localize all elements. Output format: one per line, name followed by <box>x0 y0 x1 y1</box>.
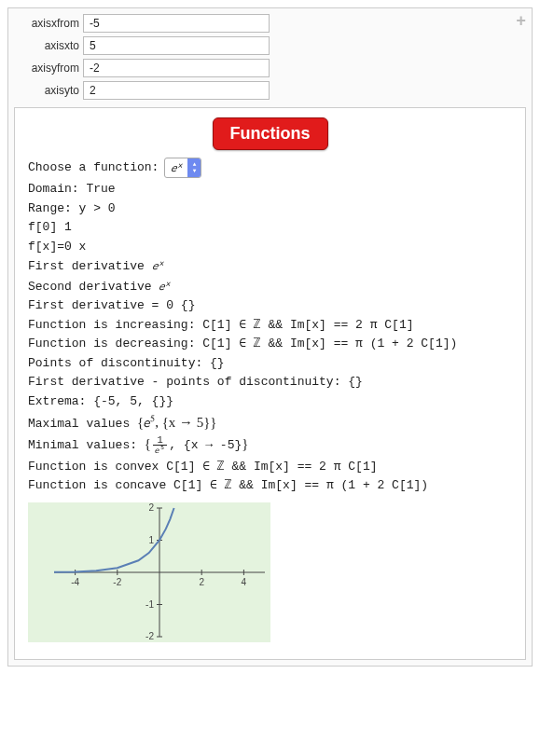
svg-text:-1: -1 <box>145 598 154 609</box>
plot: -4-224-2-112 <box>28 502 270 642</box>
increasing-line: Function is increasing: C[1] ∈ ℤ && Im[x… <box>28 317 512 334</box>
plot-svg: -4-224-2-112 <box>28 502 270 642</box>
concave-line: Function is concave C[1] ∈ ℤ && Im[x] ==… <box>28 477 512 494</box>
results-panel: Functions Choose a function: 𝘦ˣ ▲▼ Domai… <box>14 107 526 660</box>
svg-text:-4: -4 <box>71 577 79 587</box>
axisxto-input[interactable] <box>83 36 270 55</box>
extrema-line: Extrema: {-5, 5, {}} <box>28 393 512 410</box>
svg-text:4: 4 <box>242 577 247 587</box>
functions-button[interactable]: Functions <box>213 117 328 150</box>
plus-icon[interactable]: + <box>516 12 526 31</box>
domain-line: Domain: True <box>28 181 512 198</box>
svg-text:-2: -2 <box>113 577 121 587</box>
function-select-value: 𝘦ˣ <box>165 159 187 176</box>
convex-line: Function is convex C[1] ∈ ℤ && Im[x] == … <box>28 459 512 475</box>
chooser-row: Choose a function: 𝘦ˣ ▲▼ <box>28 158 512 178</box>
discontinuity-line: Points of discontinuity: {} <box>28 355 512 372</box>
chooser-label: Choose a function: <box>28 159 159 176</box>
axisxfrom-label: axisxfrom <box>14 17 79 30</box>
widget-panel: + axisxfrom axisxto axisyfrom axisyto Fu… <box>7 7 533 667</box>
axisyto-label: axisyto <box>14 84 79 97</box>
svg-text:1: 1 <box>148 534 154 544</box>
svg-text:2: 2 <box>148 502 154 513</box>
first-deriv-discont-line: First derivative - points of discontinui… <box>28 374 512 391</box>
chevron-updown-icon: ▲▼ <box>187 158 201 177</box>
controls-grid: axisxfrom axisxto axisyfrom axisyto <box>14 14 526 100</box>
axisxfrom-input[interactable] <box>83 14 270 33</box>
decreasing-line: Function is decreasing: C[1] ∈ ℤ && Im[x… <box>28 336 512 352</box>
second-deriv-line: Second derivative 𝘦ˣ <box>28 278 512 296</box>
range-line: Range: y > 0 <box>28 200 512 217</box>
function-select[interactable]: 𝘦ˣ ▲▼ <box>164 158 201 178</box>
svg-text:-2: -2 <box>145 631 154 641</box>
axisyfrom-label: axisyfrom <box>14 62 79 75</box>
first-deriv-line: First derivative 𝘦ˣ <box>28 257 512 275</box>
minimal-values-line: Minimal values: {1𝘦⁵, {x → -5}} <box>28 434 512 455</box>
axisyto-input[interactable] <box>83 81 270 100</box>
axisyfrom-input[interactable] <box>83 59 270 77</box>
axisxto-label: axisxto <box>14 39 79 52</box>
fx0-line: f[x]=0 x <box>28 239 512 255</box>
f0-line: f[0] 1 <box>28 219 512 236</box>
first-deriv-zero-line: First derivative = 0 {} <box>28 297 512 314</box>
maximal-values-line: Maximal values {𝘦⁵, {x → 5}} <box>28 413 512 433</box>
svg-text:2: 2 <box>199 577 204 587</box>
